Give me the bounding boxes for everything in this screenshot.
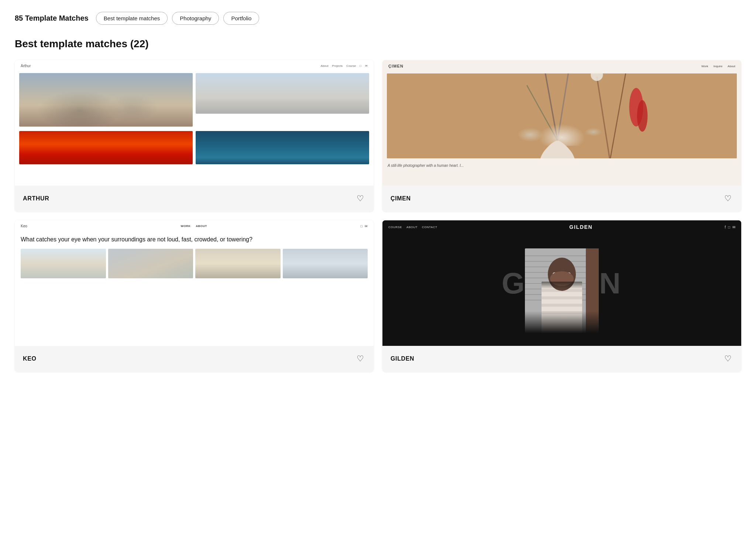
- filter-photography[interactable]: Photography: [172, 12, 219, 25]
- arthur-nav: Arthur About Projects Course □ ✉: [15, 60, 374, 72]
- keo-headline-text: What catches your eye when your surround…: [15, 232, 374, 249]
- arthur-icon-2: ✉: [365, 64, 368, 68]
- arthur-link-projects: Projects: [332, 64, 343, 68]
- gilden-icon-3: ✉: [732, 225, 735, 229]
- arthur-image-ocean: [196, 131, 369, 164]
- svg-rect-30: [542, 296, 582, 299]
- gilden-icon-1: f: [725, 225, 726, 229]
- arthur-row2: [15, 127, 374, 164]
- arthur-image-woman: [196, 73, 369, 114]
- svg-point-9: [629, 88, 643, 126]
- keo-image-3: [195, 249, 281, 278]
- arthur-card-name: ARTHUR: [23, 195, 49, 202]
- cimen-nav-links: Work Inquire About: [701, 65, 735, 68]
- arthur-favorite-button[interactable]: ♡: [355, 192, 365, 205]
- gilden-link-about: ABOUT: [406, 226, 417, 229]
- arthur-image-grid: [15, 72, 374, 127]
- gilden-icon-2: □: [728, 225, 730, 229]
- gilden-link-contact: CONTACT: [422, 226, 437, 229]
- gilden-fade: [382, 311, 741, 333]
- keo-icon-social1: □: [361, 224, 362, 228]
- arthur-brand: Arthur: [21, 64, 31, 68]
- gilden-link-course: COURSE: [388, 226, 402, 229]
- keo-preview: Keo WORK ABOUT □ ✉ What catches your eye…: [15, 220, 374, 346]
- cimen-card-footer: ÇIMEN ♡: [382, 186, 741, 211]
- template-grid: Arthur About Projects Course □ ✉: [15, 60, 741, 372]
- cimen-link-work: Work: [701, 65, 708, 68]
- arthur-preview: Arthur About Projects Course □ ✉: [15, 60, 374, 186]
- arthur-nav-links: About Projects Course □ ✉: [321, 64, 368, 68]
- gilden-card-footer: GILDEN ♡: [382, 346, 741, 372]
- arthur-card-footer: ARTHUR ♡: [15, 186, 374, 211]
- keo-link-about: ABOUT: [196, 224, 207, 228]
- match-count: 85 Template Matches: [15, 14, 89, 23]
- cimen-preview: ÇIMEN Work Inquire About: [382, 60, 741, 186]
- filter-best-template-matches[interactable]: Best template matches: [96, 12, 168, 25]
- header-row: 85 Template Matches Best template matche…: [15, 12, 741, 25]
- cimen-link-about: About: [728, 65, 735, 68]
- keo-image-2: [108, 249, 193, 278]
- keo-nav-right: □ ✉: [361, 224, 368, 228]
- filter-portfolio[interactable]: Portfolio: [223, 12, 259, 25]
- gilden-nav: COURSE ABOUT CONTACT GILDEN f □ ✉: [382, 220, 741, 234]
- arthur-inner: Arthur About Projects Course □ ✉: [15, 60, 374, 186]
- section-title: Best template matches (22): [15, 38, 741, 50]
- gilden-preview: COURSE ABOUT CONTACT GILDEN f □ ✉ GILDEN: [382, 220, 741, 346]
- template-card-arthur[interactable]: Arthur About Projects Course □ ✉: [15, 60, 374, 211]
- cimen-link-inquire: Inquire: [714, 65, 722, 68]
- template-card-gilden[interactable]: COURSE ABOUT CONTACT GILDEN f □ ✉ GILDEN: [382, 220, 741, 372]
- gilden-nav-left: COURSE ABOUT CONTACT: [388, 226, 437, 229]
- keo-icon-social2: ✉: [365, 224, 368, 228]
- gilden-hero: GILDEN: [382, 234, 741, 333]
- keo-image-4: [283, 249, 368, 278]
- svg-line-6: [527, 85, 557, 140]
- cimen-nav: ÇIMEN Work Inquire About: [382, 60, 741, 72]
- gilden-nav-right: f □ ✉: [725, 225, 735, 229]
- cimen-hero-image: [387, 73, 737, 158]
- arthur-icon-1: □: [360, 64, 361, 68]
- cimen-svg-illustration: [387, 73, 737, 158]
- gilden-card-name: GILDEN: [391, 355, 414, 362]
- keo-brand: Keo: [21, 224, 27, 228]
- arthur-link-course: Course: [346, 64, 356, 68]
- arthur-link-about: About: [321, 64, 329, 68]
- keo-link-work: WORK: [181, 224, 190, 228]
- keo-image-1: [21, 249, 106, 278]
- keo-image-grid: [15, 249, 374, 278]
- arthur-image-donkeys: [19, 73, 193, 127]
- svg-point-10: [637, 100, 647, 131]
- cimen-brand: ÇIMEN: [388, 64, 403, 68]
- svg-rect-31: [542, 304, 582, 307]
- template-card-cimen[interactable]: ÇIMEN Work Inquire About: [382, 60, 741, 211]
- arthur-image-redsky: [19, 131, 193, 164]
- keo-nav: Keo WORK ABOUT □ ✉: [15, 220, 374, 232]
- keo-card-name: KEO: [23, 355, 37, 362]
- svg-rect-38: [542, 282, 582, 289]
- keo-favorite-button[interactable]: ♡: [355, 352, 365, 365]
- cimen-card-name: ÇIMEN: [391, 195, 411, 202]
- template-card-keo[interactable]: Keo WORK ABOUT □ ✉ What catches your eye…: [15, 220, 374, 372]
- cimen-favorite-button[interactable]: ♡: [723, 192, 733, 205]
- gilden-brand: GILDEN: [569, 224, 592, 230]
- keo-nav-center: WORK ABOUT: [181, 224, 207, 228]
- gilden-favorite-button[interactable]: ♡: [723, 352, 733, 365]
- keo-card-footer: KEO ♡: [15, 346, 374, 372]
- cimen-caption-text: A still-life photographer with a human h…: [382, 160, 741, 169]
